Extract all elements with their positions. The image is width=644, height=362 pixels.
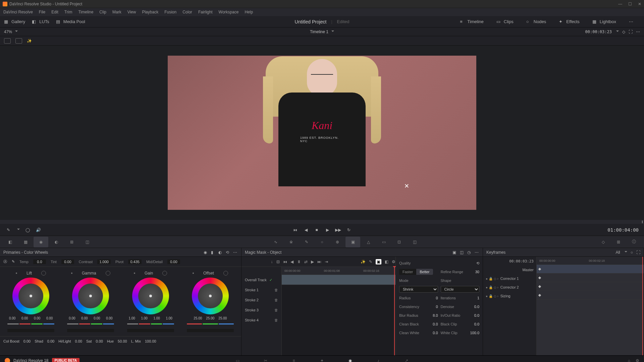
mm-stroke-4[interactable]: Stroke 4🗑 [241,315,281,325]
curves-tab[interactable]: ∿ [268,237,283,247]
denoise-value[interactable]: 0.0 [466,305,479,309]
bypass-icon[interactable]: ◇ [622,29,625,34]
kf-sizing[interactable]: ● 🔒 ◇ ›Sizing [483,292,536,300]
mm-add-icon[interactable]: ↓ [271,259,273,264]
shape-select[interactable]: Circle [441,286,480,293]
lift-master-slider[interactable] [7,329,54,332]
media-pool-button[interactable]: ▤Media Pool [56,19,85,24]
toggle-icon[interactable]: ◯ [24,227,31,233]
menu-davinci[interactable]: DaVinci Resolve [3,10,33,14]
fusion-page-button[interactable]: ✦ [318,357,326,362]
whiteclip-value[interactable]: 100.0 [466,331,479,335]
offset-pick-icon[interactable] [193,273,194,274]
temp-value[interactable]: 0.0 [33,259,46,264]
quality-toggle[interactable]: FasterBetter [399,269,433,275]
shad-value[interactable]: 0.00 [47,339,54,343]
mm-timeline[interactable]: 00:00:00:00 00:00:01:08 00:00:02:16 [282,267,395,355]
info-icon[interactable]: ⓘ [627,237,641,247]
mm-swap-button[interactable]: ⇄ [304,259,308,264]
transport-timecode[interactable]: 01:00:04:00 [607,227,639,233]
prev-frame-button[interactable]: ◀ [303,227,309,233]
keyframes-all-dropdown[interactable]: All [615,250,620,255]
hilight-value[interactable]: 0.00 [75,339,82,343]
cleanwhite-value[interactable]: 0.0 [425,331,438,335]
menu-trim[interactable]: Trim [64,10,72,14]
mm-reset-icon[interactable]: ⟲ [476,261,479,265]
mm-settings-icon[interactable]: ⚙ [392,259,395,264]
gain-master-slider[interactable] [127,329,174,332]
tint-value[interactable]: 0.00 [61,259,74,264]
home-icon[interactable]: ⌂ [628,358,630,362]
consistency-value[interactable]: 0 [425,305,438,309]
lmix-value[interactable]: 100.00 [145,339,156,343]
hdr-tab[interactable]: ◐ [49,237,64,247]
reset-all-icon[interactable]: ⟲ [226,250,230,255]
kf-expand-icon[interactable]: ⛶ [636,250,640,255]
menu-edit[interactable]: Edit [51,10,58,14]
keyframe-toggle-icon[interactable]: ◇ [596,237,610,247]
camera-raw-tab[interactable]: ◧ [3,237,17,247]
kf-track-area[interactable]: 00:00:00:0000:00:02:18 [537,257,644,355]
cut-page-button[interactable]: ✂ [262,357,270,362]
gallery-button[interactable]: ▦Gallery [4,19,25,24]
panel-menu-icon[interactable]: ⋯ [233,250,238,255]
sizing-tab[interactable]: ⊡ [392,237,407,247]
color-page-button[interactable]: ◉ [346,357,354,362]
iter-value[interactable]: 1 [466,296,479,300]
warper-tab[interactable]: ※ [284,237,299,247]
bars-mode-icon[interactable]: ▮ [211,250,216,255]
contrast-value[interactable]: 1.000 [97,259,111,264]
offset-master-slider[interactable] [187,329,234,332]
menu-color[interactable]: Color [182,10,192,14]
inout-value[interactable]: 0.0 [466,313,479,317]
mm-menu-icon[interactable]: ⋯ [475,250,479,255]
timeline-button[interactable]: ≡Timeline [460,19,484,24]
nodes-button[interactable]: ○Nodes [526,19,546,24]
mm-stroke-1[interactable]: Stroke 1🗑 [241,285,281,295]
hue-value[interactable]: 50.00 [118,339,127,343]
mm-wand-icon[interactable]: ✨ [361,259,366,264]
media-page-button[interactable]: ▭ [233,357,241,362]
effects-button[interactable]: ✦Effects [559,19,580,24]
menu-fusion[interactable]: Fusion [164,10,176,14]
mm-remove-icon[interactable]: ⊟ [276,259,280,264]
blur-tab[interactable]: △ [361,237,376,247]
next-frame-button[interactable]: ▶▶ [335,227,341,233]
timeline-dropdown[interactable]: Timeline 1 [310,29,334,34]
kf-master[interactable]: Master [483,265,536,274]
kf-marker-icon[interactable]: ○ [631,250,633,255]
fairlight-page-button[interactable]: ♪ [374,357,382,362]
mm-invert-icon[interactable]: ◧ [385,259,388,264]
menu-fairlight[interactable]: Fairlight [198,10,213,14]
loop-button[interactable]: ↻ [346,227,352,233]
menu-view[interactable]: View [127,10,136,14]
picker2-icon[interactable]: ✎ [12,259,15,264]
sat-value[interactable]: 0.00 [96,339,103,343]
kf-corrector2[interactable]: ● 🔒 ◇ ›Corrector 2 [483,283,536,292]
view-mode-single-icon[interactable] [4,38,11,44]
mm-overlay-icon[interactable]: ▣ [376,259,381,264]
blackclip-value[interactable]: 0.0 [466,322,479,326]
trash-icon[interactable]: 🗑 [274,288,278,292]
window-tab[interactable]: ○ [315,237,329,247]
minimize-button[interactable]: — [618,2,622,6]
trash-icon[interactable]: 🗑 [274,298,278,302]
gain-wheel[interactable] [132,278,169,314]
viewer[interactable]: Kani 1989 EST. BROOKLYN. NYC ✕ [0,46,644,220]
cleanblack-value[interactable]: 0.0 [425,322,438,326]
color-wheels-tab[interactable]: ◉ [34,237,48,247]
lift-reset-icon[interactable] [41,271,46,276]
luts-button[interactable]: ◧LUTs [32,19,49,24]
radius-value[interactable]: 0 [425,296,438,300]
mm-mode1-icon[interactable]: ▣ [452,250,457,255]
mm-pause-button[interactable]: ⏸ [297,259,301,264]
mm-stroke-2[interactable]: Stroke 2🗑 [241,295,281,305]
mm-step-rev-button[interactable]: ◀ [290,259,293,264]
project-settings-icon[interactable]: ⚙ [636,358,639,362]
more-button[interactable]: ⋯ [629,19,633,24]
viewer-scrubber[interactable] [0,220,644,224]
mm-step-fwd-button[interactable]: ▶ [311,259,314,264]
mm-playhead[interactable] [394,267,395,355]
picker-icon[interactable]: ✎ [5,227,11,233]
gamma-wheel[interactable] [72,278,109,314]
